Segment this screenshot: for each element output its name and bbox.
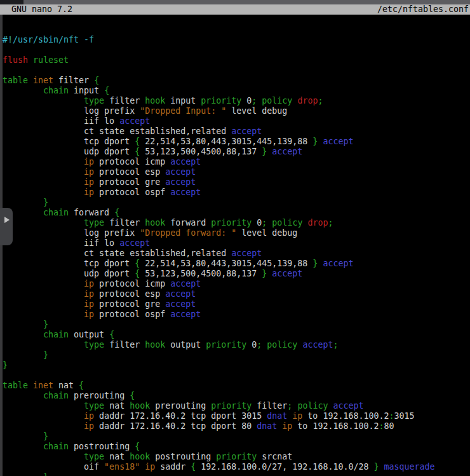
code-line: ip protocol icmp accept [3,279,470,289]
code-line: tcp dport { 22,514,53,80,443,3015,445,13… [3,259,470,269]
code-line [3,65,470,76]
code-line: table inet filter { [3,76,470,86]
code-line [3,45,470,55]
code-line: flush ruleset [3,55,470,65]
window-top-strip [0,0,470,4]
code-line: chain forward { [3,208,470,218]
code-line: ip protocol esp accept [3,289,470,299]
code-line: ip protocol icmp accept [3,157,470,167]
code-line: udp dport { 53,123,500,4500,88,137 } acc… [3,269,470,279]
code-line: iif lo accept [3,116,470,126]
code-line: oif "ens18" ip saddr { 192.168.100.0/27,… [3,462,470,472]
code-line: } [3,360,470,371]
code-line: #!/usr/sbin/nft -f [3,35,470,45]
app-title: GNU nano 7.2 [1,4,72,15]
code-line: } [3,198,470,208]
editor-lines: #!/usr/sbin/nft -fflush rulesettable ine… [3,35,470,476]
code-line: } [3,472,470,476]
code-line: udp dport { 53,123,500,4500,88,137 } acc… [3,147,470,157]
code-line: log prefix "Dropped forward: " level deb… [3,228,470,238]
code-line: type nat hook postrouting priority srcna… [3,452,470,462]
code-line: log prefix "Dropped Input: " level debug [3,106,470,116]
code-line: tcp dport { 22,514,53,80,443,3015,445,13… [3,137,470,147]
code-line: type filter hook output priority 0; poli… [3,340,470,350]
code-line: chain input { [3,86,470,96]
code-line: ip protocol ospf accept [3,309,470,320]
code-line: type filter hook input priority 0; polic… [3,96,470,106]
code-line: iif lo accept [3,238,470,248]
nano-titlebar: GNU nano 7.2 /etc/nftables.conf [0,4,470,15]
code-line: ct state established,related accept [3,126,470,137]
code-line: ip daddr 172.16.40.2 tcp dport 80 dnat i… [3,421,470,432]
code-line: chain output { [3,330,470,340]
code-line: ip protocol gre accept [3,299,470,309]
editor-content[interactable]: #!/usr/sbin/nft -fflush rulesettable ine… [3,15,470,476]
code-line: ip protocol ospf accept [3,187,470,198]
code-line: chain postrouting { [3,442,470,452]
code-line: type filter hook forward priority 0; pol… [3,218,470,228]
code-line: } [3,320,470,330]
window-top-notch [0,0,24,4]
code-line: chain prerouting { [3,391,470,401]
code-line: type nat hook prerouting priority filter… [3,401,470,411]
code-line: ct state established,related accept [3,248,470,259]
sidebar-toggle[interactable] [0,208,13,245]
code-line: ip daddr 172.16.40.2 tcp dport 3015 dnat… [3,411,470,421]
expand-arrow-icon [4,217,10,223]
code-line: ip protocol esp accept [3,167,470,177]
file-path: /etc/nftables.conf [377,4,469,15]
code-line [3,371,470,381]
code-line: } [3,432,470,442]
code-line: table inet nat { [3,381,470,391]
code-line: ip protocol gre accept [3,177,470,187]
code-line: } [3,350,470,360]
